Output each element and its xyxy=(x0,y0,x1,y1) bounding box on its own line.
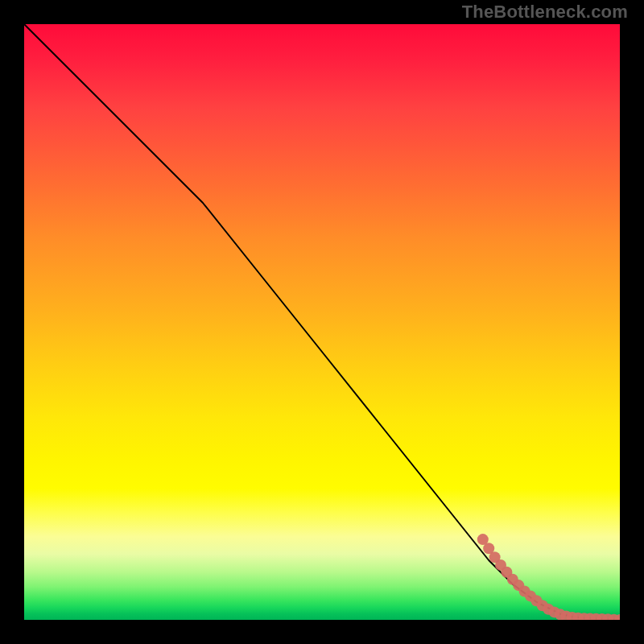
main-curve xyxy=(24,24,620,620)
scatter-cluster xyxy=(477,534,620,620)
chart-svg xyxy=(24,24,620,620)
watermark-text: TheBottleneck.com xyxy=(462,2,628,23)
chart-frame: TheBottleneck.com xyxy=(0,0,644,644)
plot-area xyxy=(24,24,620,620)
